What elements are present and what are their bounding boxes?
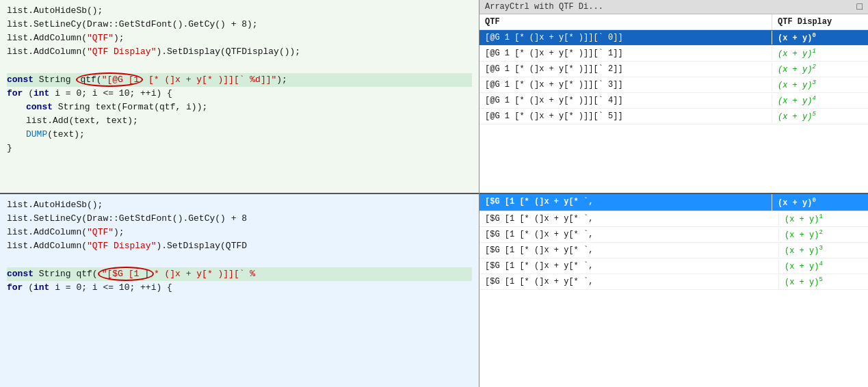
table-row-bottom[interactable]: [$G [1 [* (]x + y[* `, (x + y)2 [479,227,868,243]
code-line: } [7,142,472,155]
table-header-row-bottom: [$G [1 [* (]x + y[* `, (x + y)0 [479,194,868,211]
code-line: list.AutoHideSb(); [7,198,472,212]
table-row[interactable]: [@G 1 [* (]x + y[* )]][` 5]] (x + y)5 [479,109,868,124]
code-line: list.Add(text, text); [7,114,472,128]
table-row[interactable]: [@G 1 [* (]x + y[* )]][` 1]] (x + y)1 [479,46,868,62]
code-panel-bottom: list.AutoHideSb(); list.SetLineCy(Draw::… [0,194,479,387]
code-line: list.AddColumn("QTF Display").SetDisplay… [7,45,472,59]
cell-qtf-bottom: [$G [1 [* (]x + y[* `, [479,259,779,273]
table-row[interactable]: [@G 1 [* (]x + y[* )]][` 0]] (x + y)0 [479,30,868,46]
cell-display: (x + y)3 [772,77,868,92]
cell-qtf-bottom: [$G [1 [* (]x + y[* `, [479,275,779,289]
table-row[interactable]: [@G 1 [* (]x + y[* )]][` 2]] (x + y)2 [479,62,868,77]
table-title: ArrayCtrl with QTF Di... [485,2,603,12]
cell-qtf-bottom: [$G [1 [* (]x + y[* `, [479,212,779,226]
col-display-header: QTF Display [772,14,868,29]
table-body-top: [@G 1 [* (]x + y[* )]][` 0]] (x + y)0 [@… [479,30,868,193]
code-line: list.AutoHideSb(); [7,4,472,18]
table-row-bottom[interactable]: [$G [1 [* (]x + y[* `, (x + y)1 [479,211,868,227]
code-panel-top: list.AutoHideSb(); list.SetLineCy(Draw::… [0,0,479,194]
code-line [7,59,472,73]
code-line: list.SetLineCy(Draw::GetStdFont().GetCy(… [7,212,472,226]
close-icon[interactable]: □ [857,1,863,12]
cell-display: (x + y)4 [772,93,868,108]
code-line: for (int i = 0; i <= 10; ++i) { [7,87,472,101]
table-row-bottom[interactable]: [$G [1 [* (]x + y[* `, (x + y)5 [479,274,868,290]
cell-display-bottom: (x + y)4 [779,258,868,273]
cell-qtf: [@G 1 [* (]x + y[* )]][` 1]] [479,46,772,60]
table-panel-top: ArrayCtrl with QTF Di... □ QTF QTF Displ… [479,0,868,194]
code-line: list.AddColumn("QTF"); [7,31,472,45]
cell-qtf: [@G 1 [* (]x + y[* )]][` 3]] [479,78,772,92]
cell-qtf: [@G 1 [* (]x + y[* )]][` 5]] [479,109,772,123]
code-line: const String text(Format(qtf, i)); [7,101,472,114]
col-display-header-bottom: (x + y)0 [772,194,868,211]
table-title-bar: ArrayCtrl with QTF Di... □ [479,0,868,14]
cell-display: (x + y)2 [772,62,868,77]
cell-qtf: [@G 1 [* (]x + y[* )]][` 0]] [479,31,772,44]
code-line: list.AddColumn("QTF"); [7,226,472,239]
cell-display: (x + y)5 [772,109,868,124]
cell-display-bottom: (x + y)5 [779,274,868,289]
table-body-bottom: [$G [1 [* (]x + y[* `, (x + y)1 [$G [1 [… [479,211,868,387]
code-line: for (int i = 0; i <= 10; ++i) { [7,281,472,295]
cell-display: (x + y)0 [772,30,868,45]
cell-qtf-bottom: [$G [1 [* (]x + y[* `, [479,243,779,257]
code-line: list.SetLineCy(Draw::GetStdFont().GetCy(… [7,18,472,31]
code-line-highlight: const String qtf("[@G [1 [* (]x + y[* )]… [7,73,472,87]
col-qtf-header-bottom: [$G [1 [* (]x + y[* `, [479,194,772,211]
table-row[interactable]: [@G 1 [* (]x + y[* )]][` 3]] (x + y)3 [479,77,868,93]
cell-qtf: [@G 1 [* (]x + y[* )]][` 2]] [479,62,772,76]
code-line: DUMP(text); [7,128,472,142]
table-header-row: QTF QTF Display [479,14,868,30]
table-row-bottom[interactable]: [$G [1 [* (]x + y[* `, (x + y)3 [479,243,868,258]
cell-display-bottom: (x + y)2 [779,227,868,242]
table-side: ArrayCtrl with QTF Di... □ QTF QTF Displ… [479,0,868,387]
table-row[interactable]: [@G 1 [* (]x + y[* )]][` 4]] (x + y)4 [479,93,868,109]
cell-display-bottom: (x + y)1 [779,211,868,226]
main-container: list.AutoHideSb(); list.SetLineCy(Draw::… [0,0,868,387]
cell-display-bottom: (x + y)3 [779,243,868,258]
table-row-bottom[interactable]: [$G [1 [* (]x + y[* `, (x + y)4 [479,258,868,274]
code-line-highlight: const String qtf("[$G [1 |* (]x + y[* )]… [7,267,472,281]
cell-qtf-bottom: [$G [1 [* (]x + y[* `, [479,228,779,241]
table-panel-bottom: [$G [1 [* (]x + y[* `, (x + y)0 [$G [1 [… [479,194,868,387]
cell-qtf: [@G 1 [* (]x + y[* )]][` 4]] [479,94,772,107]
col-qtf-header: QTF [479,14,772,29]
code-line: list.AddColumn("QTF Display").SetDisplay… [7,239,472,253]
code-side: list.AutoHideSb(); list.SetLineCy(Draw::… [0,0,479,387]
code-line [7,254,472,267]
cell-display: (x + y)1 [772,46,868,61]
